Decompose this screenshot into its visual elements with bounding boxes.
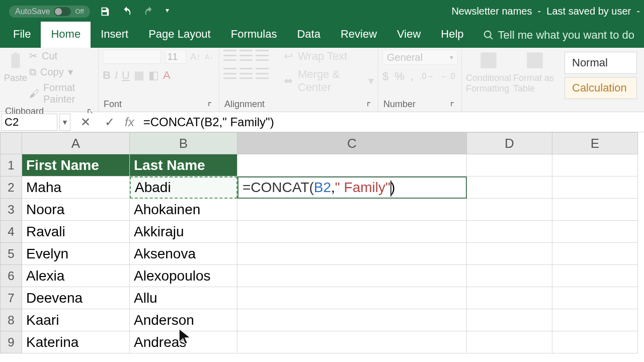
fx-icon[interactable]: fx bbox=[125, 115, 134, 129]
tab-home[interactable]: Home bbox=[41, 22, 91, 48]
undo-icon[interactable] bbox=[121, 6, 132, 17]
cell-b6[interactable]: Alexopoulos bbox=[130, 265, 237, 287]
tab-review[interactable]: Review bbox=[331, 22, 387, 48]
cell-d6[interactable] bbox=[467, 265, 552, 287]
toggle-switch-icon[interactable] bbox=[54, 7, 71, 16]
cell-a9[interactable]: Katerina bbox=[22, 331, 130, 353]
cell-c2[interactable]: =CONCAT(B2," Family") bbox=[237, 176, 467, 199]
select-all-corner[interactable] bbox=[0, 132, 22, 154]
dialog-launcher-icon[interactable] bbox=[208, 102, 214, 108]
vertical-align-buttons[interactable] bbox=[223, 50, 269, 63]
cell-a1[interactable]: First Name bbox=[22, 154, 130, 176]
cell-d2[interactable] bbox=[467, 176, 552, 199]
cell-d9[interactable] bbox=[467, 331, 552, 353]
redo-icon[interactable] bbox=[143, 6, 154, 17]
cell-b3[interactable]: Ahokainen bbox=[130, 199, 237, 221]
cell-e2[interactable] bbox=[552, 176, 638, 199]
cancel-formula-icon[interactable]: ✕ bbox=[79, 115, 92, 129]
copy-button[interactable]: ⧉Copy ▾ bbox=[29, 66, 94, 78]
cut-button[interactable]: ✂Cut bbox=[29, 50, 94, 62]
accept-formula-icon[interactable]: ✓ bbox=[104, 115, 116, 129]
cell-d1[interactable] bbox=[467, 154, 552, 176]
save-icon[interactable] bbox=[99, 6, 110, 17]
row-header-2[interactable]: 2 bbox=[0, 176, 22, 199]
row-header-7[interactable]: 7 bbox=[0, 287, 22, 309]
row-header-8[interactable]: 8 bbox=[0, 309, 22, 331]
paste-button[interactable]: Paste bbox=[4, 50, 27, 83]
format-painter-button[interactable]: 🖌Format Painter bbox=[29, 82, 94, 105]
cell-b2[interactable]: Abadi bbox=[130, 176, 237, 199]
conditional-formatting-button[interactable]: Conditional Formatting bbox=[466, 50, 511, 94]
wrap-text-button[interactable]: ↩Wrap Text bbox=[284, 50, 347, 63]
cell-b4[interactable]: Akkiraju bbox=[130, 221, 237, 243]
cell-e7[interactable] bbox=[552, 287, 638, 309]
number-format-select[interactable]: General▾ bbox=[382, 50, 458, 65]
tab-page-layout[interactable]: Page Layout bbox=[138, 22, 221, 48]
tab-file[interactable]: File bbox=[3, 22, 41, 48]
qat-customize-icon[interactable]: ▾ bbox=[166, 6, 177, 17]
row-header-1[interactable]: 1 bbox=[0, 154, 22, 176]
tab-help[interactable]: Help bbox=[431, 22, 473, 48]
cell-e5[interactable] bbox=[552, 243, 638, 265]
col-header-b[interactable]: B bbox=[130, 132, 237, 154]
format-as-table-button[interactable]: Format as Table bbox=[513, 50, 556, 94]
merge-center-button[interactable]: ⬌Merge & Center ▾ bbox=[284, 68, 374, 94]
cell-c7[interactable] bbox=[237, 287, 467, 309]
row-header-3[interactable]: 3 bbox=[0, 199, 22, 221]
cell-c6[interactable] bbox=[237, 265, 467, 287]
cell-c9[interactable] bbox=[237, 331, 467, 353]
tab-formulas[interactable]: Formulas bbox=[221, 22, 287, 48]
tab-insert[interactable]: Insert bbox=[91, 22, 138, 48]
cell-c5[interactable] bbox=[237, 243, 467, 265]
cell-a2[interactable]: Maha bbox=[22, 176, 130, 199]
dialog-launcher-icon[interactable] bbox=[367, 102, 373, 108]
col-header-a[interactable]: A bbox=[22, 132, 130, 154]
cell-e1[interactable] bbox=[552, 154, 638, 176]
dialog-launcher-icon[interactable] bbox=[87, 109, 93, 115]
dialog-launcher-icon[interactable] bbox=[450, 102, 456, 108]
cell-e9[interactable] bbox=[552, 331, 638, 353]
col-header-e[interactable]: E bbox=[552, 132, 638, 154]
autosave-toggle[interactable]: AutoSave Off bbox=[9, 6, 90, 18]
tab-data[interactable]: Data bbox=[287, 22, 330, 48]
tab-view[interactable]: View bbox=[387, 22, 431, 48]
percent-button[interactable]: % bbox=[394, 70, 405, 83]
cell-a3[interactable]: Noora bbox=[22, 199, 130, 221]
cell-a8[interactable]: Kaari bbox=[22, 309, 130, 331]
row-header-4[interactable]: 4 bbox=[0, 221, 22, 243]
cell-c1[interactable] bbox=[237, 154, 467, 176]
comma-button[interactable]: , bbox=[411, 70, 414, 83]
name-box[interactable]: C2 bbox=[1, 114, 57, 131]
cell-c8[interactable] bbox=[237, 309, 467, 331]
increase-decimal-button[interactable]: .0→ bbox=[420, 72, 434, 81]
increase-font-icon[interactable]: A↑ bbox=[190, 52, 201, 62]
horizontal-align-buttons[interactable] bbox=[223, 68, 269, 94]
tell-me-search[interactable]: Tell me what you want to do bbox=[483, 29, 634, 48]
cell-d7[interactable] bbox=[467, 287, 552, 309]
bold-button[interactable]: B bbox=[103, 69, 111, 82]
formula-input[interactable] bbox=[139, 113, 644, 131]
cell-e6[interactable] bbox=[552, 265, 638, 287]
cell-b7[interactable]: Allu bbox=[130, 287, 237, 309]
borders-button[interactable]: ▦ bbox=[134, 69, 144, 82]
font-size-select[interactable]: 11 bbox=[165, 50, 186, 64]
cell-e8[interactable] bbox=[552, 309, 638, 331]
fill-color-button[interactable]: ◧ bbox=[148, 69, 159, 82]
cell-a5[interactable]: Evelyn bbox=[22, 243, 130, 265]
currency-button[interactable]: $ bbox=[382, 70, 388, 83]
decrease-decimal-button[interactable]: ←.0 bbox=[440, 72, 455, 81]
cell-b1[interactable]: Last Name bbox=[130, 154, 237, 176]
col-header-c[interactable]: C bbox=[237, 132, 467, 154]
cell-style-calculation[interactable]: Calculation bbox=[565, 77, 637, 99]
cell-d3[interactable] bbox=[467, 199, 552, 221]
cell-c4[interactable] bbox=[237, 221, 467, 243]
cell-e4[interactable] bbox=[552, 221, 638, 243]
cell-a4[interactable]: Ravali bbox=[22, 221, 130, 243]
cell-d5[interactable] bbox=[467, 243, 552, 265]
cell-a7[interactable]: Deevena bbox=[22, 287, 130, 309]
cell-d8[interactable] bbox=[467, 309, 552, 331]
name-box-dropdown[interactable]: ▼ bbox=[59, 114, 70, 131]
font-color-button[interactable]: A bbox=[163, 69, 171, 82]
row-header-5[interactable]: 5 bbox=[0, 243, 22, 265]
col-header-d[interactable]: D bbox=[467, 132, 552, 154]
